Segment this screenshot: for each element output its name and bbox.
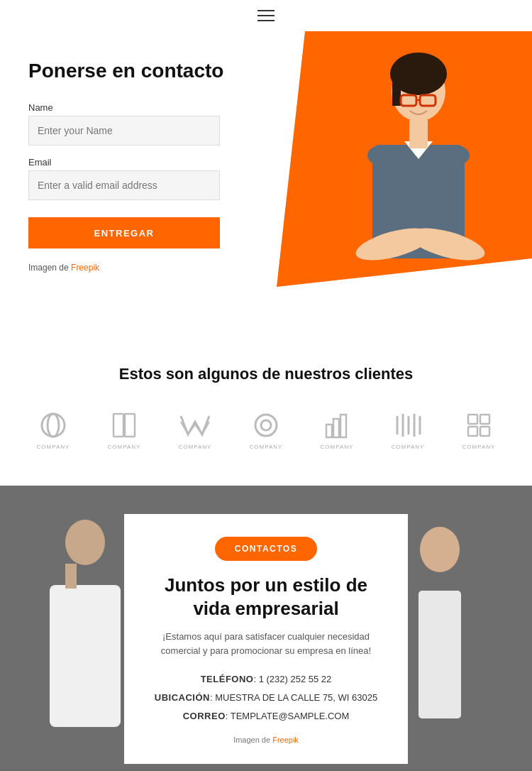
list-item: COMPANY: [379, 409, 436, 450]
clients-section: Estos son algunos de nuestros clientes C…: [0, 329, 532, 486]
submit-button[interactable]: ENTREGAR: [28, 217, 220, 248]
phone-info: TELÉFONO: 1 (232) 252 55 22: [150, 670, 382, 689]
list-item: COMPANY: [450, 409, 507, 450]
svg-rect-22: [340, 415, 346, 437]
svg-point-15: [48, 414, 59, 437]
hero-content: Ponerse en contacto Name Email ENTREGAR …: [28, 60, 255, 273]
svg-rect-29: [480, 415, 489, 424]
email-field-group: Email: [28, 157, 255, 200]
image-credit: Imagen de Freepik: [28, 263, 255, 273]
svg-rect-20: [326, 425, 332, 437]
location-value: MUESTRA DE LA CALLE 75, WI 63025: [215, 692, 377, 703]
list-item: COMPANY: [96, 409, 153, 450]
svg-rect-30: [468, 427, 477, 436]
location-info: UBICACIÓN: MUESTRA DE LA CALLE 75, WI 63…: [150, 689, 382, 707]
svg-point-18: [255, 415, 277, 436]
menu-icon[interactable]: [257, 10, 275, 21]
svg-point-7: [367, 145, 399, 166]
page-title: Ponerse en contacto: [28, 60, 255, 82]
location-label: UBICACIÓN: [155, 692, 210, 703]
list-item: COMPANY: [309, 409, 365, 450]
svg-rect-21: [333, 419, 339, 437]
svg-point-8: [438, 145, 470, 166]
company-logo-3: [176, 409, 215, 441]
contact-credit: Imagen de Freepik: [150, 736, 382, 744]
svg-point-40: [420, 527, 460, 572]
svg-point-14: [42, 414, 65, 437]
contact-freepik-link[interactable]: Freepik: [272, 736, 299, 744]
hero-visual: [227, 31, 532, 329]
navigation: [0, 0, 532, 31]
email-label: Email: [28, 157, 255, 168]
contact-info: TELÉFONO: 1 (232) 252 55 22 UBICACIÓN: M…: [150, 670, 382, 726]
svg-rect-6: [409, 120, 428, 148]
email-info: CORREO: TEMPLATE@SAMPLE.COM: [150, 707, 382, 726]
contacts-button[interactable]: CONTACTOS: [215, 537, 317, 561]
contact-section: CONTACTOS Juntos por un estilo de vida e…: [0, 486, 532, 771]
svg-rect-28: [468, 415, 477, 424]
name-input[interactable]: [28, 116, 220, 146]
company-logo-4: [247, 409, 286, 441]
name-field-group: Name: [28, 102, 255, 146]
svg-rect-16: [113, 414, 123, 437]
email-label: CORREO: [183, 711, 226, 721]
contact-card: CONTACTOS Juntos por un estilo de vida e…: [124, 514, 408, 764]
list-item: COMPANY: [238, 409, 294, 450]
clients-title: Estos son algunos de nuestros clientes: [21, 365, 511, 383]
phone-label: TELÉFONO: [201, 674, 254, 684]
company-logo-7: [460, 409, 499, 441]
clients-logos: COMPANY COMPANY COMPANY: [21, 409, 511, 450]
list-item: COMPANY: [25, 409, 82, 450]
svg-rect-31: [480, 427, 489, 436]
company-logo-6: [389, 409, 428, 441]
svg-rect-3: [392, 70, 401, 106]
contact-heading: Juntos por un estilo de vida empresarial: [150, 574, 382, 620]
company-logo-5: [318, 409, 357, 441]
contact-description: ¡Estamos aquí para satisfacer cualquier …: [150, 630, 382, 657]
svg-rect-35: [65, 564, 77, 589]
svg-rect-17: [125, 414, 135, 437]
svg-point-33: [65, 520, 105, 565]
svg-point-19: [261, 420, 271, 430]
name-label: Name: [28, 102, 255, 113]
freepik-link[interactable]: Freepik: [71, 263, 99, 273]
email-input[interactable]: [28, 170, 220, 200]
company-logo-2: [105, 409, 144, 441]
woman-image: [262, 31, 525, 329]
company-logo-1: [34, 409, 73, 441]
svg-rect-41: [419, 591, 461, 718]
email-value: TEMPLATE@SAMPLE.COM: [231, 711, 350, 721]
phone-value: 1 (232) 252 55 22: [259, 674, 332, 684]
list-item: COMPANY: [167, 409, 223, 450]
svg-rect-34: [50, 585, 121, 727]
hero-section: Ponerse en contacto Name Email ENTREGAR …: [0, 31, 532, 329]
